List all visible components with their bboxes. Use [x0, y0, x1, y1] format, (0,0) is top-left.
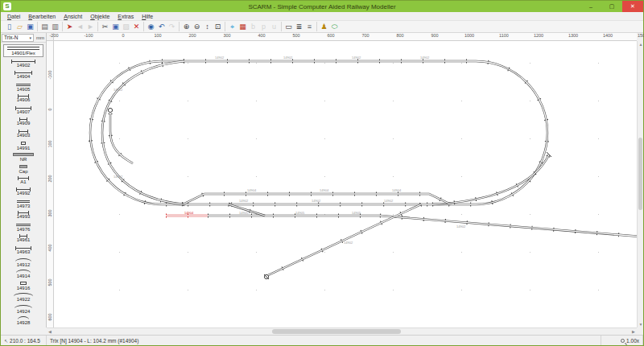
copy-icon[interactable]: ▣ — [110, 22, 121, 31]
zoom-indicator: 1.00x — [601, 336, 643, 345]
track-part-icon — [19, 131, 28, 132]
hruler-tick: 1500 — [638, 33, 644, 38]
minimize-button[interactable]: – — [580, 1, 601, 12]
select-mode-icon[interactable]: ⌖ — [227, 22, 237, 31]
info-icon[interactable]: ◉ — [146, 22, 156, 31]
toolbar-group: ⌖▦bpu — [225, 22, 282, 31]
menu-bar: DateiBearbeitenAnsichtObjekteExtrasHilfe — [1, 12, 643, 21]
toolbar-group: ▯▱▣ — [2, 22, 38, 31]
track-inner-stub[interactable] — [110, 113, 133, 163]
track-inner-left-loop[interactable] — [102, 61, 184, 204]
rotate-right-icon[interactable]: ► — [85, 22, 96, 31]
track-part-label: 14909 — [17, 121, 31, 126]
menu-item-hilfe[interactable]: Hilfe — [138, 12, 157, 20]
menu-item-ansicht[interactable]: Ansicht — [60, 12, 86, 20]
vertical-scrollbar[interactable]: ▲ ▼ — [637, 41, 643, 327]
redo-icon[interactable]: ↷ — [167, 22, 177, 31]
track-part-icon — [18, 178, 29, 179]
pin-icon[interactable]: p — [258, 22, 269, 31]
track-part-14914[interactable]: 14914 — [1, 269, 46, 281]
track-part-icon — [14, 293, 33, 296]
train-simulation-icon[interactable]: ⬭ — [329, 22, 340, 31]
vertical-scroll-thumb[interactable] — [638, 138, 642, 210]
menu-item-extras[interactable]: Extras — [114, 12, 138, 20]
track-part-14903[interactable]: 14903 — [1, 129, 46, 141]
library-selector-row: Trix-N ▾ mm — [1, 33, 46, 43]
scroll-down-icon[interactable]: ▼ — [638, 321, 644, 327]
save-icon[interactable]: ▣ — [25, 22, 35, 31]
menu-item-bearbeiten[interactable]: Bearbeiten — [24, 12, 60, 20]
track-part-14917[interactable]: 14917 — [1, 327, 46, 328]
lock-icon[interactable]: b — [248, 22, 258, 31]
hruler-tick: 200 — [188, 33, 196, 38]
close-button[interactable]: ✕ — [622, 1, 643, 12]
track-part-nr[interactable]: NR — [1, 152, 46, 164]
track-piece-label: 14902 — [344, 241, 353, 245]
maximize-button[interactable]: ▢ — [601, 1, 622, 12]
fit-window-icon[interactable]: ⊡ — [213, 22, 223, 31]
track-inner-right-open[interactable] — [432, 154, 549, 204]
track-part-label: 14961 — [17, 237, 31, 243]
figures-icon[interactable]: ♟ — [319, 22, 329, 31]
layout-canvas[interactable]: 1490214902149021490214904149041490414902… — [54, 41, 637, 327]
track-part-label: 14914 — [17, 274, 31, 279]
selection-info: Trix [N] 14904 - L: 104.2 mm (#14904) — [47, 336, 601, 345]
open-icon[interactable]: ▱ — [14, 22, 25, 31]
track-part-label: 14907 — [17, 109, 31, 115]
layers-menu-icon[interactable]: ≡ — [304, 22, 315, 31]
track-part-14973[interactable]: 14973 — [1, 199, 46, 211]
track-part-14916[interactable]: 14916 — [1, 281, 46, 293]
vruler-tick: 100 — [47, 139, 52, 149]
track-part-14922[interactable]: 14922 — [1, 292, 46, 304]
zoom-out-icon[interactable]: ⊖ — [192, 22, 202, 31]
undo-icon[interactable]: ↶ — [156, 22, 167, 31]
measure-icon[interactable]: ▭ — [283, 22, 294, 31]
track-part-14909[interactable]: 14909 — [1, 117, 46, 130]
track-part-14991[interactable]: 14991 — [1, 141, 46, 153]
zoom-in-icon[interactable]: ⊕ — [181, 22, 192, 31]
new-icon[interactable]: ▯ — [4, 22, 14, 31]
track-part-14904[interactable]: 14904 — [1, 71, 46, 83]
fit-height-icon[interactable]: ↕ — [202, 22, 213, 31]
library-dropdown[interactable]: Trix-N ▾ — [2, 34, 34, 42]
track-part-14905[interactable]: 14905 — [1, 82, 46, 94]
scroll-left-icon[interactable]: ◀ — [47, 328, 53, 335]
track-part-14961[interactable]: 14961 — [1, 234, 46, 246]
scroll-right-icon[interactable]: ▶ — [630, 328, 637, 335]
track-branch-right[interactable] — [380, 216, 638, 237]
track-part-14993[interactable]: 14993 — [1, 211, 46, 223]
track-part-14912[interactable]: 14912 — [1, 257, 46, 270]
delete-icon[interactable]: ✕ — [131, 22, 142, 31]
paste-icon[interactable]: ▨ — [121, 22, 131, 31]
menu-item-datei[interactable]: Datei — [3, 12, 24, 20]
track-part-a1[interactable]: A1 — [1, 175, 46, 187]
horizontal-scroll-thumb[interactable] — [272, 329, 401, 334]
track-part-label: 14976 — [17, 227, 31, 233]
track-part-14924[interactable]: 14924 — [1, 304, 46, 316]
cut-icon[interactable]: ✂ — [100, 22, 110, 31]
baseboard-icon[interactable]: ▦ — [237, 22, 248, 31]
track-part-14992[interactable]: 14992 — [1, 187, 46, 200]
unlock-icon[interactable]: u — [269, 22, 279, 31]
flex-track-item[interactable]: 14901/Flex — [3, 44, 43, 57]
hruler-tick: 100 — [154, 33, 161, 38]
parts-list-icon[interactable]: ≣ — [294, 22, 304, 31]
track-part-cap[interactable]: Cap — [1, 164, 46, 176]
menu-item-objekte[interactable]: Objekte — [86, 12, 114, 20]
horizontal-scrollbar[interactable]: ◀ ▶ — [47, 327, 637, 335]
track-part-14976[interactable]: 14976 — [1, 222, 46, 234]
scroll-up-icon[interactable]: ▲ — [638, 41, 644, 47]
rotate-left-icon[interactable]: ◄ — [75, 22, 85, 31]
print-preview-icon[interactable]: ▥ — [50, 22, 60, 31]
track-part-icon — [19, 236, 27, 237]
track-part-14963[interactable]: 14963 — [1, 245, 46, 257]
track-part-14906[interactable]: 14906 — [1, 94, 46, 106]
track-part-14902[interactable]: 14902 — [1, 59, 46, 71]
track-outer-oval[interactable] — [90, 61, 547, 204]
print-icon[interactable]: ▤ — [39, 22, 50, 31]
start-point-icon[interactable]: ➤ — [64, 22, 75, 31]
track-part-14928[interactable]: 14928 — [1, 315, 46, 327]
track-part-label: 14928 — [17, 320, 31, 326]
track-part-14907[interactable]: 14907 — [1, 105, 46, 117]
track-piece-label: 14902 — [312, 199, 321, 203]
